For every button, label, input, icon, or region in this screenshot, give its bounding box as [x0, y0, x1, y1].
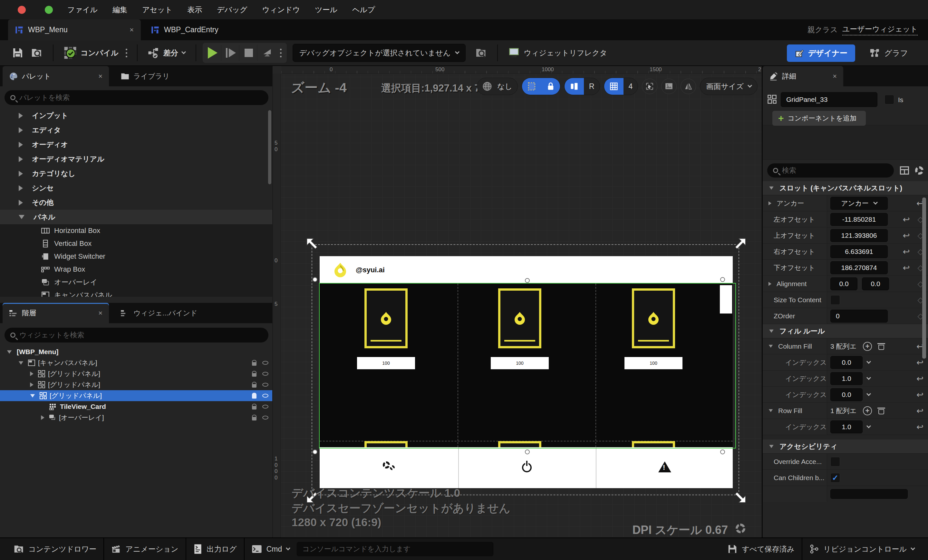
tab-palette[interactable]: パレット ×: [3, 66, 109, 86]
palette-category-input[interactable]: インプット: [0, 108, 272, 123]
palette-category-audio-material[interactable]: オーディオマテリアル: [0, 152, 272, 166]
accessibility-section-header[interactable]: アクセシビリティ: [763, 439, 928, 454]
graph-mode-button[interactable]: グラフ: [869, 44, 908, 62]
eye-icon[interactable]: [262, 405, 269, 409]
tree-row-grid-panel-1[interactable]: [グリッドパネル]: [0, 368, 272, 379]
lock-icon[interactable]: [252, 373, 256, 377]
frame-skip-button[interactable]: [223, 45, 240, 61]
anchor-handle[interactable]: [720, 450, 725, 454]
menu-tools[interactable]: ツール: [315, 5, 337, 15]
anchor-handle[interactable]: [313, 277, 317, 282]
reset-icon[interactable]: ↩: [903, 231, 910, 240]
offset-top-input[interactable]: 121.393806: [830, 229, 888, 242]
reset-icon[interactable]: ↩: [916, 423, 923, 431]
content-drawer-button[interactable]: コンテンツドロワー: [6, 538, 104, 560]
compile-options-icon[interactable]: [122, 49, 130, 57]
marquee-select-toggle[interactable]: [522, 78, 541, 95]
palette-search-input[interactable]: [19, 93, 263, 102]
tab-library[interactable]: ライブラリ: [114, 66, 176, 86]
close-icon[interactable]: ×: [89, 309, 102, 317]
output-log-button[interactable]: 出力ログ: [186, 538, 244, 560]
index-input[interactable]: 0.0: [830, 356, 862, 369]
trash-icon[interactable]: [878, 409, 884, 414]
reset-icon[interactable]: ↩: [916, 391, 923, 399]
minimize-traffic-light[interactable]: [31, 6, 39, 14]
lock-icon[interactable]: [252, 384, 256, 388]
anchor-handle[interactable]: [525, 278, 530, 283]
eye-icon[interactable]: [262, 383, 269, 387]
anchor-handle[interactable]: [525, 450, 530, 454]
save-button[interactable]: [8, 44, 27, 62]
cmd-dropdown[interactable]: Cmd: [244, 538, 297, 560]
alignment-x-input[interactable]: 0.0: [830, 278, 858, 290]
anchor-dropdown[interactable]: アンカー: [830, 197, 888, 210]
fill-rules-section-header[interactable]: フィル ルール: [763, 324, 928, 338]
reset-icon[interactable]: ↩: [903, 215, 910, 224]
tab-widget-bind[interactable]: ウィジェ...バインド: [114, 303, 204, 323]
override-accessible-checkbox[interactable]: [830, 457, 840, 467]
palette-item-wrap-box[interactable]: Wrap Box: [0, 263, 272, 276]
add-element-icon[interactable]: +: [863, 406, 872, 415]
play-button[interactable]: [205, 45, 221, 61]
outline-mode-toggle[interactable]: [565, 78, 584, 95]
chevron-down-icon[interactable]: [867, 423, 871, 428]
add-element-icon[interactable]: +: [863, 342, 872, 351]
menu-view[interactable]: 表示: [187, 5, 202, 15]
chevron-down-icon[interactable]: [867, 359, 871, 363]
reset-icon[interactable]: ↩: [916, 358, 923, 367]
localization-preview-toggle[interactable]: なし: [477, 78, 518, 95]
debug-object-dropdown[interactable]: デバッグオブジェクトが選択されていません: [293, 44, 466, 62]
grid-snap-toggle[interactable]: [604, 78, 624, 95]
resize-handle-nw[interactable]: [305, 237, 319, 251]
tab-wbp-menu[interactable]: WBP_Menu ×: [8, 19, 141, 40]
chevron-down-icon[interactable]: [867, 391, 871, 396]
palette-category-panel[interactable]: パネル: [0, 210, 272, 224]
offset-right-input[interactable]: 6.633691: [830, 245, 888, 258]
trash-icon[interactable]: [878, 345, 884, 350]
revision-control-button[interactable]: リビジョンコントロール: [802, 538, 922, 560]
palette-item-widget-switcher[interactable]: Widget Switcher: [0, 250, 272, 263]
compile-button[interactable]: コンパイル: [60, 44, 122, 62]
tree-row-root[interactable]: [WBP_Menu]: [0, 346, 272, 357]
palette-category-other[interactable]: その他: [0, 195, 272, 210]
menu-window[interactable]: ウィンドウ: [262, 5, 300, 15]
tab-hierarchy[interactable]: 階層 ×: [3, 303, 109, 323]
menu-asset[interactable]: アセット: [142, 5, 172, 15]
tree-row-canvas-panel[interactable]: [キャンバスパネル]: [0, 357, 272, 368]
close-icon[interactable]: ×: [823, 72, 837, 81]
preview-image-button[interactable]: [661, 79, 677, 94]
eye-icon[interactable]: [262, 372, 269, 376]
tab-details[interactable]: 詳細 ×: [763, 66, 843, 86]
tab-wbp-cardentry[interactable]: WBP_CardEntry: [144, 19, 228, 40]
hierarchy-search-input[interactable]: [19, 331, 263, 339]
resize-handle-ne[interactable]: [733, 237, 747, 251]
offset-bottom-input[interactable]: 186.270874: [830, 261, 888, 274]
palette-scrollbar[interactable]: [268, 110, 271, 184]
palette-category-uncategorized[interactable]: カテゴリなし: [0, 166, 272, 181]
zoom-traffic-light[interactable]: [45, 6, 53, 14]
add-component-button[interactable]: + コンポーネントを追加: [772, 111, 866, 126]
lock-widget-toggle[interactable]: [541, 78, 560, 95]
chevron-down-icon[interactable]: [867, 375, 871, 380]
stop-button[interactable]: [241, 45, 258, 61]
console-command-field[interactable]: [297, 542, 493, 556]
size-to-content-checkbox[interactable]: [830, 295, 840, 305]
index-input[interactable]: 1.0: [830, 421, 862, 433]
reset-icon[interactable]: ↩: [916, 407, 923, 415]
alignment-y-input[interactable]: 0.0: [862, 278, 889, 290]
palette-item-canvas-panel[interactable]: キャンバスパネル: [0, 289, 272, 297]
eye-icon[interactable]: [262, 394, 269, 398]
is-variable-checkbox[interactable]: [884, 95, 894, 104]
lock-icon[interactable]: [252, 417, 256, 421]
reset-icon[interactable]: ↩: [916, 374, 923, 383]
palette-item-vertical-box[interactable]: Vertical Box: [0, 237, 272, 250]
designer-mode-button[interactable]: デザイナー: [787, 44, 855, 62]
anchor-handle[interactable]: [313, 450, 317, 454]
browse-debug-button[interactable]: [472, 44, 491, 62]
index-input[interactable]: 1.0: [830, 372, 862, 385]
respect-locks-label[interactable]: R: [584, 78, 600, 95]
lock-icon[interactable]: [252, 362, 256, 366]
browse-asset-button[interactable]: [27, 44, 46, 62]
palette-item-overlay[interactable]: オーバーレイ: [0, 276, 272, 289]
save-all-button[interactable]: すべて保存済み: [720, 538, 801, 560]
